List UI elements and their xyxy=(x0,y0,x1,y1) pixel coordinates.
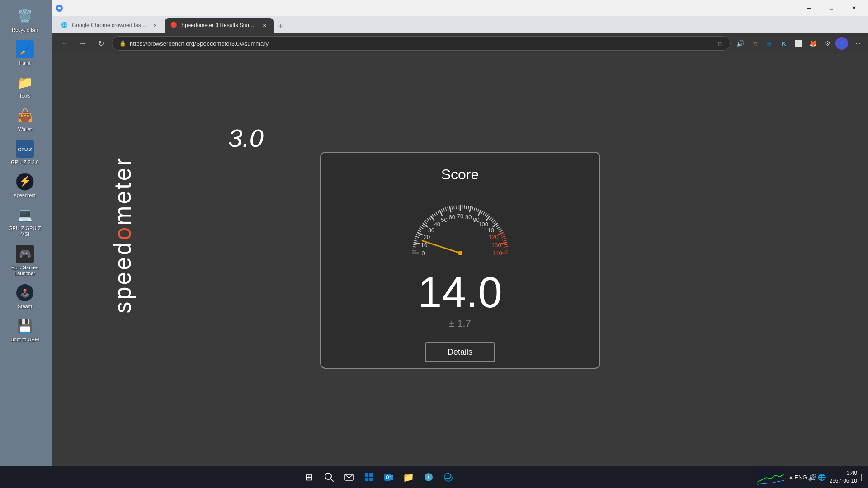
svg-line-32 xyxy=(429,217,431,220)
outlook-taskbar-icon[interactable]: O xyxy=(380,468,398,486)
svg-line-56 xyxy=(476,208,477,211)
tools-label: Tools xyxy=(19,93,31,99)
gauge-container: .tick-white { stroke: #ccc; stroke-width… xyxy=(334,192,587,255)
svg-line-42 xyxy=(447,207,448,211)
new-tab-button[interactable]: + xyxy=(274,20,287,33)
tab-2[interactable]: 🔴 Speedometer 3 Results Summary ✕ xyxy=(165,18,274,33)
svg-line-22 xyxy=(416,234,419,235)
maximize-button[interactable]: □ xyxy=(821,1,842,15)
gpuz-icon: GPU-Z xyxy=(16,140,34,158)
read-aloud-icon[interactable]: 🔊 xyxy=(734,37,747,50)
show-desktop-button[interactable]: | xyxy=(861,473,863,481)
desktop-icon-wallet[interactable]: 👜 Wallet xyxy=(5,104,45,135)
star-icon[interactable]: ☆ xyxy=(717,40,723,47)
svg-line-77 xyxy=(503,240,506,241)
lock-icon: 🔒 xyxy=(119,40,126,47)
svg-line-73 xyxy=(497,232,503,235)
mini-chart-icon xyxy=(757,469,784,486)
edge-icon[interactable]: ⊕ xyxy=(763,37,776,50)
profile-avatar[interactable]: 👤 xyxy=(835,37,848,50)
settings-icon[interactable]: ⚙ xyxy=(821,37,834,50)
tab-bar: 🌐 Google Chrome crowned fastest... ✕ 🔴 S… xyxy=(52,16,868,33)
svg-line-46 xyxy=(456,205,456,209)
svg-text:80: 80 xyxy=(465,214,472,221)
svg-line-17 xyxy=(413,244,416,245)
edge-taskbar-icon[interactable] xyxy=(439,468,458,486)
svg-line-60 xyxy=(483,212,485,215)
extension-icons: 🔊 ☆ ⊕ K ⬜ 🦊 ⚙ 👤 ⋯ xyxy=(734,37,863,50)
tab2-close[interactable]: ✕ xyxy=(261,22,268,29)
svg-line-45 xyxy=(453,206,454,209)
svg-line-24 xyxy=(418,230,421,232)
copilot-taskbar-icon[interactable]: ✦ xyxy=(420,468,438,486)
svg-line-30 xyxy=(425,220,428,223)
back-button[interactable]: ← xyxy=(57,36,72,51)
address-input[interactable]: 🔒 https://browserbench.org/Speedometer3.… xyxy=(112,36,731,51)
desktop-icon-recycle-bin[interactable]: 🗑️ Recycle Bin xyxy=(5,5,45,36)
ext-firefox-icon[interactable]: 🦊 xyxy=(807,37,819,50)
search-button[interactable] xyxy=(320,468,338,486)
recycle-bin-label: Recycle Bin xyxy=(12,27,38,33)
desktop-icon-tools[interactable]: 📁 Tools xyxy=(5,70,45,102)
store-taskbar-icon[interactable] xyxy=(360,468,378,486)
svg-line-39 xyxy=(441,209,443,212)
svg-line-16 xyxy=(412,247,416,247)
svg-line-70 xyxy=(497,227,500,229)
svg-line-62 xyxy=(486,214,488,217)
tray-up-arrow[interactable]: ▲ xyxy=(788,474,793,480)
taskbar-right: ▲ ENG 🔊 🌐 3:40 2567-06-10 | xyxy=(757,469,868,486)
desktop-icon-boot-uefi[interactable]: 💾 Boot to UEFI xyxy=(5,314,45,345)
close-button[interactable]: ✕ xyxy=(844,1,864,15)
search-icon xyxy=(324,472,334,482)
address-bar: ← → ↻ 🔒 https://browserbench.org/Speedom… xyxy=(52,33,868,54)
speedtest-label: speedtest xyxy=(14,192,36,198)
desktop-icon-gpuz[interactable]: GPU-Z GPU-Z 2.2.0 xyxy=(5,137,45,168)
svg-line-51 xyxy=(466,206,467,209)
network-icon[interactable]: 🌐 xyxy=(818,474,826,481)
more-options-button[interactable]: ⋯ xyxy=(850,37,863,50)
score-variance: ± 1.7 xyxy=(449,318,471,329)
forward-button[interactable]: → xyxy=(75,36,90,51)
tab-1[interactable]: 🌐 Google Chrome crowned fastest... ✕ xyxy=(56,18,164,33)
mail-icon xyxy=(344,472,354,482)
desktop-icon-speedtest[interactable]: ⚡ speedtest xyxy=(5,170,45,201)
desktop-icon-gpuz-msi[interactable]: 💻 GPU-Z GPU-Z MSI xyxy=(5,203,45,240)
svg-line-21 xyxy=(415,236,418,238)
svg-line-74 xyxy=(501,234,504,235)
gauge-svg: .tick-white { stroke: #ccc; stroke-width… xyxy=(334,192,587,255)
desktop-icon-paint[interactable]: 🖌️ Paint xyxy=(5,38,45,69)
ext-k-icon[interactable]: K xyxy=(778,37,790,50)
speedometer-app-name: speedometer xyxy=(111,156,134,314)
details-button[interactable]: Details xyxy=(425,342,495,362)
files-taskbar-icon[interactable]: 📁 xyxy=(400,468,418,486)
preview-thumbnail xyxy=(757,469,784,486)
speedometer-vertical-label: speedometer xyxy=(111,122,134,348)
score-value: 14.0 xyxy=(418,271,502,314)
score-title: Score xyxy=(441,166,479,183)
svg-line-102 xyxy=(330,479,333,481)
svg-text:🖌️: 🖌️ xyxy=(19,44,31,55)
ext-square-icon[interactable]: ⬜ xyxy=(792,37,805,50)
refresh-button[interactable]: ↻ xyxy=(94,36,108,51)
desktop-icon-epic[interactable]: 🎮 Epic Games Launcher xyxy=(5,242,45,279)
bookmark-icon[interactable]: ☆ xyxy=(749,37,761,50)
svg-text:🔊: 🔊 xyxy=(736,40,745,47)
svg-line-44 xyxy=(452,206,452,210)
svg-line-50 xyxy=(464,205,464,209)
svg-rect-106 xyxy=(365,478,368,481)
start-button[interactable]: ⊞ xyxy=(300,468,318,486)
svg-line-61 xyxy=(484,213,486,216)
desktop-icons-panel: 🗑️ Recycle Bin 🖌️ Paint 📁 Tools 👜 Wallet xyxy=(0,0,50,466)
tab1-close[interactable]: ✕ xyxy=(151,22,159,29)
desktop-icon-steam[interactable]: 🕹️ Steam xyxy=(5,281,45,312)
minimize-button[interactable]: ─ xyxy=(798,1,819,15)
title-bar: ─ □ ✕ xyxy=(52,0,868,16)
svg-line-79 xyxy=(504,244,507,245)
volume-icon[interactable]: 🔊 xyxy=(808,473,817,482)
epic-icon: 🎮 xyxy=(16,245,34,263)
clock-date: 2567-06-10 xyxy=(829,477,857,485)
mail-taskbar-icon[interactable] xyxy=(340,468,358,486)
system-clock[interactable]: 3:40 2567-06-10 xyxy=(829,469,857,485)
svg-line-40 xyxy=(443,208,444,211)
tools-icon: 📁 xyxy=(16,73,34,91)
